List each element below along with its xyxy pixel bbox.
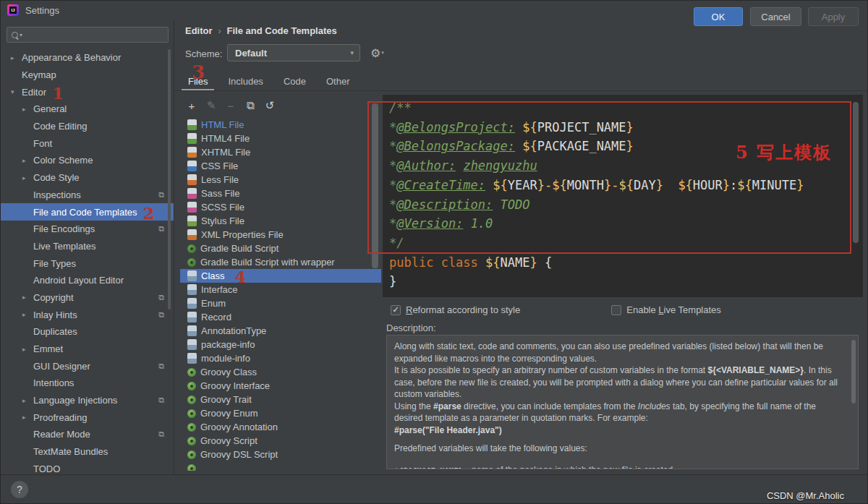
chevron-right-icon[interactable]: ▸: [22, 157, 33, 164]
html-file-icon: [187, 133, 197, 144]
code-segment: ${: [522, 139, 537, 153]
groovy-file-icon: [187, 437, 196, 445]
code-segment: DAY: [634, 178, 656, 192]
copy-icon[interactable]: ⧉: [244, 99, 256, 112]
annotation-step-2: 2: [143, 205, 155, 221]
template-item-sass-file[interactable]: Sass File: [180, 187, 381, 200]
sidebar-item-keymap[interactable]: Keymap: [1, 67, 174, 84]
java-file-icon: [187, 270, 197, 281]
template-item-groovy-script[interactable]: Groovy Script: [180, 434, 381, 448]
sidebar-item-emmet[interactable]: ▸Emmet: [1, 341, 174, 358]
groovy-file-icon: [187, 423, 196, 432]
chevron-right-icon[interactable]: ▸: [11, 54, 22, 61]
tab-other[interactable]: Other: [320, 72, 357, 90]
sidebar-item-language-injections[interactable]: ▸Language Injections⧉: [1, 392, 174, 409]
checkbox-checked-icon[interactable]: ✓: [391, 305, 401, 315]
sidebar-item-inlay-hints[interactable]: ▸Inlay Hints⧉: [1, 306, 174, 323]
sidebar-item-android-layout-editor[interactable]: Android Layout Editor: [1, 272, 174, 289]
code-line: public class ${NAME} {: [389, 253, 804, 273]
sidebar-item-appearance-behavior[interactable]: ▸Appearance & Behavior: [1, 49, 174, 67]
template-item-groovy-interface[interactable]: Groovy Interface: [180, 379, 381, 393]
template-item-groovy-class[interactable]: Groovy Class: [180, 365, 381, 379]
code-segment: @CreateTime:: [396, 178, 485, 192]
help-button[interactable]: ?: [11, 481, 28, 498]
sidebar-item-file-encodings[interactable]: File Encodings⧉: [1, 221, 174, 238]
edit-icon[interactable]: ✎: [205, 99, 217, 112]
sidebar-item-general[interactable]: ▸General: [1, 101, 174, 118]
breadcrumb-editor[interactable]: Editor: [185, 25, 213, 36]
search-input[interactable]: ▾: [7, 27, 169, 43]
less-file-icon: [187, 174, 197, 185]
template-item-html-file[interactable]: HTML File: [180, 118, 381, 132]
template-item-stylus-file[interactable]: Stylus File: [180, 214, 381, 228]
template-code-editor[interactable]: /***@BelongsProject: ${PROJECT_NAME}*@Be…: [383, 95, 863, 297]
template-list-scrollbar[interactable]: [372, 103, 378, 268]
sidebar-item-code-style[interactable]: ▸Code Style: [1, 169, 174, 187]
chevron-right-icon[interactable]: ▸: [22, 346, 33, 353]
tab-files[interactable]: Files: [182, 72, 214, 90]
description-segment: #parse("File Header.java"): [394, 425, 502, 435]
sidebar-item-gui-designer[interactable]: GUI Designer⧉: [1, 357, 174, 375]
description-scrollbar[interactable]: [851, 340, 856, 403]
tab-code[interactable]: Code: [277, 72, 312, 90]
chevron-right-icon[interactable]: ▸: [22, 174, 33, 181]
chevron-right-icon[interactable]: ▸: [22, 397, 33, 404]
scheme-actions-button[interactable]: ⚙ ▾: [370, 44, 389, 61]
sidebar-item-todo[interactable]: TODO: [1, 461, 174, 475]
sidebar-item-textmate-bundles[interactable]: TextMate Bundles: [1, 443, 174, 461]
template-item-groovy-dsl-script[interactable]: Groovy DSL Script: [180, 448, 381, 461]
sidebar-scrollbar[interactable]: [168, 49, 171, 309]
chevron-down-icon[interactable]: ▾: [11, 88, 22, 95]
template-item-groovy-trait[interactable]: Groovy Trait: [180, 393, 381, 406]
sidebar-item-file-types[interactable]: File Types: [1, 255, 174, 272]
sidebar-item-file-and-code-templates[interactable]: File and Code Templates2: [1, 203, 174, 221]
code-segment: @BelongsPackage:: [396, 139, 515, 153]
sidebar-item-duplicates[interactable]: Duplicates: [1, 323, 174, 341]
template-item-gradle-build-script-with-wrapper[interactable]: Gradle Build Script with wrapper: [180, 255, 381, 269]
template-item-package-info[interactable]: package-info: [180, 338, 381, 351]
chevron-right-icon[interactable]: ▸: [22, 294, 33, 301]
enable-live-templates-checkbox[interactable]: Enable Live Templates: [611, 304, 721, 315]
sidebar-item-color-scheme[interactable]: ▸Color Scheme: [1, 152, 174, 169]
sidebar-item-live-templates[interactable]: Live Templates: [1, 238, 174, 255]
template-item-html4-file[interactable]: HTML4 File: [180, 132, 381, 145]
sidebar-item-copyright[interactable]: ▸Copyright⧉: [1, 289, 174, 307]
chevron-right-icon[interactable]: ▸: [22, 106, 33, 113]
template-item-annotationtype[interactable]: AnnotationType: [180, 324, 381, 338]
template-item-interface[interactable]: Interface: [180, 283, 381, 296]
editor-scrollbar[interactable]: [853, 102, 859, 243]
sidebar-item-proofreading[interactable]: ▸Proofreading: [1, 409, 174, 426]
template-item-scss-file[interactable]: SCSS File: [180, 200, 381, 214]
reformat-checkbox[interactable]: ✓ Reformat according to style: [391, 304, 520, 315]
template-item-xhtml-file[interactable]: XHTML File: [180, 145, 381, 159]
remove-icon[interactable]: −: [225, 100, 237, 112]
template-item-record[interactable]: Record: [180, 310, 381, 324]
chevron-right-icon[interactable]: ▸: [22, 311, 33, 318]
template-item-partial-25[interactable]: [180, 461, 381, 471]
sidebar-item-editor[interactable]: ▾Editor1: [1, 83, 174, 101]
checkbox-unchecked-icon[interactable]: [611, 305, 621, 315]
reset-icon[interactable]: ↺: [264, 99, 276, 112]
sidebar-item-font[interactable]: Font: [1, 134, 174, 152]
sidebar-item-reader-mode[interactable]: Reader Mode⧉: [1, 426, 174, 443]
chevron-right-icon[interactable]: ▸: [22, 414, 33, 421]
template-item-enum[interactable]: Enum: [180, 296, 381, 310]
template-item-module-info[interactable]: module-info: [180, 351, 381, 365]
template-item-gradle-build-script[interactable]: Gradle Build Script: [180, 242, 381, 255]
add-icon[interactable]: +: [186, 100, 197, 112]
template-item-less-file[interactable]: Less File: [180, 173, 381, 187]
search-options-arrow-icon[interactable]: ▾: [20, 32, 22, 38]
scheme-select[interactable]: Default ▾: [227, 44, 360, 61]
template-item-groovy-annotation[interactable]: Groovy Annotation: [180, 420, 381, 434]
template-item-class[interactable]: Class4: [180, 269, 381, 283]
sidebar-item-code-editing[interactable]: Code Editing: [1, 118, 174, 135]
template-item-label: Groovy Interface: [200, 380, 270, 391]
ok-button[interactable]: OK: [694, 7, 743, 26]
template-item-xml-properties-file[interactable]: XML Properties File: [180, 228, 381, 242]
template-item-css-file[interactable]: CSS File: [180, 159, 381, 173]
tab-includes[interactable]: Includes: [221, 72, 269, 90]
cancel-button[interactable]: Cancel: [750, 7, 801, 26]
sidebar-item-inspections[interactable]: Inspections⧉: [1, 187, 174, 204]
sidebar-item-intentions[interactable]: Intentions: [1, 375, 174, 392]
template-item-groovy-enum[interactable]: Groovy Enum: [180, 406, 381, 420]
